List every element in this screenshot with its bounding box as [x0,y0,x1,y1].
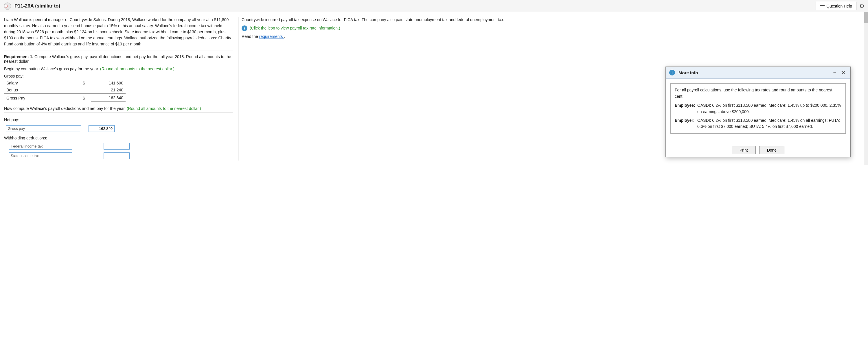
gross-pay-amount-cell [83,124,143,133]
requirement-1-label: Requirement 1. [4,54,33,59]
state-income-tax-cell[interactable] [4,151,98,161]
gross-pay-input-cell[interactable] [4,124,83,133]
table-row [4,124,143,133]
close-x-icon [3,2,11,10]
federal-income-tax-amount-cell [98,141,143,151]
federal-income-tax-input[interactable] [9,143,72,150]
bonus-dollar [81,87,91,94]
list-icon [820,3,825,8]
title-bar: P11-26A (similar to) Question Help ⚙ [0,0,868,12]
requirements-link[interactable]: requirements [259,34,284,39]
requirement-line: Requirement 1. Compute Wallace's gross p… [4,54,232,64]
scrollbar-track[interactable] [864,12,868,165]
read-requirements-line: Read the requirements . [242,34,864,40]
divider-1 [4,51,232,51]
divider-3 [4,112,232,113]
table-row [4,151,143,161]
title-right: Question Help ⚙ [816,2,865,10]
modal-header: i More Info − ✕ [666,67,850,79]
print-button[interactable]: Print [732,146,756,154]
state-income-tax-amount-cell [98,151,143,161]
info-icon: i [242,26,247,31]
begin-text: Begin by computing Wallace's gross pay f… [4,67,232,71]
done-button[interactable]: Done [759,146,784,154]
right-text-1: Countrywide incurred payroll tax expense… [242,17,864,23]
net-pay-table [4,124,143,133]
gross-pay-row-label: Gross Pay [4,94,81,102]
left-pane: Liam Wallace is general manager of Count… [4,17,232,161]
divider-2 [4,73,232,73]
employee-label: Employee: [675,102,695,115]
gross-pay-input[interactable] [6,125,81,132]
requirement-1-text: Compute Wallace's gross pay, payroll ded… [4,54,231,64]
modal-body: For all payroll calculations, use the fo… [666,79,850,143]
more-info-modal: i More Info − ✕ For all payroll calculat… [665,67,850,157]
gross-pay-amount-input[interactable] [89,125,115,132]
modal-info-box: For all payroll calculations, use the fo… [671,83,846,134]
table-row [4,141,143,151]
withholding-label: Withholding deductions: [4,136,232,140]
employer-text: OASDI: 6.2% on first $118,500 earned; Me… [697,118,841,130]
title-left: P11-26A (similar to) [3,2,60,10]
table-row: Bonus 21,240 [4,87,126,94]
modal-minimize-button[interactable]: − [832,70,837,75]
net-pay-label: Net pay: [4,118,232,122]
page-title: P11-26A (similar to) [14,3,60,9]
question-help-label: Question Help [826,4,852,8]
salary-amount: 141,600 [91,79,126,87]
right-text-block: Countrywide incurred payroll tax expense… [242,17,864,40]
gross-pay-row-dollar: $ [81,94,91,102]
employer-row: Employer: OASDI: 6.2% on first $118,500 … [675,118,841,130]
employee-text: OASDI: 6.2% on first $118,500 earned; Me… [697,102,841,115]
employee-row: Employee: OASDI: 6.2% on first $118,500 … [675,102,841,115]
gross-pay-row-amount: 162,840 [91,94,126,102]
federal-income-tax-cell[interactable] [4,141,98,151]
table-row: Salary $ 141,600 [4,79,126,87]
employer-label: Employer: [675,118,695,130]
modal-intro-text: For all payroll calculations, use the fo… [675,87,841,99]
modal-footer: Print Done [666,143,850,157]
click-icon-line: i (Click the icon to view payroll tax ra… [242,25,864,31]
bonus-label: Bonus [4,87,81,94]
gross-pay-table: Salary $ 141,600 Bonus 21,240 Gross Pay … [4,79,126,102]
bonus-amount: 21,240 [91,87,126,94]
modal-close-button[interactable]: ✕ [840,69,847,76]
problem-text: Liam Wallace is general manager of Count… [4,17,232,47]
scrollbar-thumb[interactable] [864,12,868,23]
modal-title: More Info [679,70,830,75]
salary-dollar: $ [81,79,91,87]
state-income-tax-amount-input[interactable] [103,153,130,159]
federal-income-tax-amount-input[interactable] [103,143,130,150]
click-icon-text[interactable]: (Click the icon to view payroll tax rate… [250,26,340,30]
modal-info-icon: i [669,70,675,75]
gear-button[interactable]: ⚙ [859,3,865,9]
withholding-table [4,141,143,161]
net-pay-section: Net pay: Wit [4,118,232,161]
gross-pay-section-label: Gross pay: [4,74,232,78]
now-compute-text: Now compute Wallace's payroll deductions… [4,106,232,111]
question-help-button[interactable]: Question Help [816,2,857,10]
salary-label: Salary [4,79,81,87]
table-row: Gross Pay $ 162,840 [4,94,126,102]
round-note-2: (Round all amounts to the nearest dollar… [127,106,201,111]
state-income-tax-input[interactable] [9,153,72,159]
round-note-1: (Round all amounts to the nearest dollar… [100,67,175,71]
